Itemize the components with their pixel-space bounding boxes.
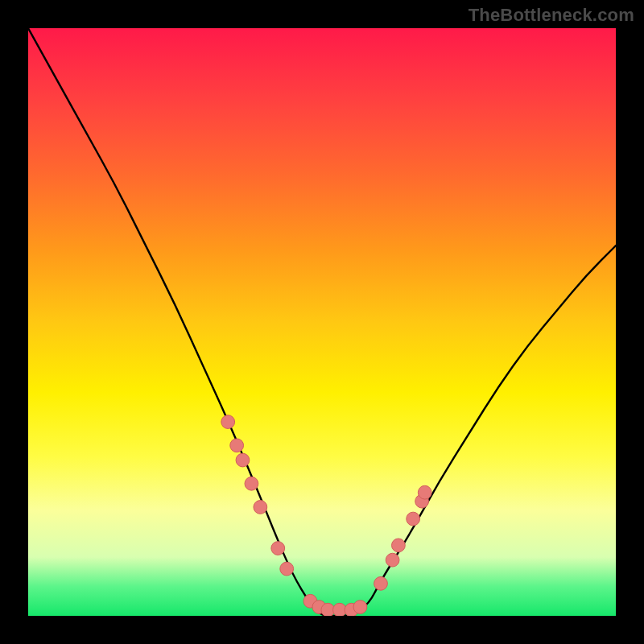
data-marker xyxy=(392,539,406,552)
data-marker xyxy=(245,477,258,490)
data-marker xyxy=(353,601,367,614)
data-marker xyxy=(418,485,431,499)
data-marker xyxy=(230,439,244,452)
watermark-text: TheBottleneck.com xyxy=(469,5,634,26)
data-marker xyxy=(280,562,294,576)
chart-svg xyxy=(28,28,616,616)
data-marker xyxy=(236,453,250,467)
data-marker xyxy=(254,501,267,514)
data-marker xyxy=(271,542,285,555)
data-marker xyxy=(374,576,388,590)
bottleneck-curve xyxy=(28,28,616,616)
chart-plot-area xyxy=(28,28,616,616)
data-marker xyxy=(386,553,399,567)
data-marker xyxy=(221,415,235,429)
data-marker xyxy=(407,512,420,526)
chart-frame: TheBottleneck.com xyxy=(0,0,644,644)
